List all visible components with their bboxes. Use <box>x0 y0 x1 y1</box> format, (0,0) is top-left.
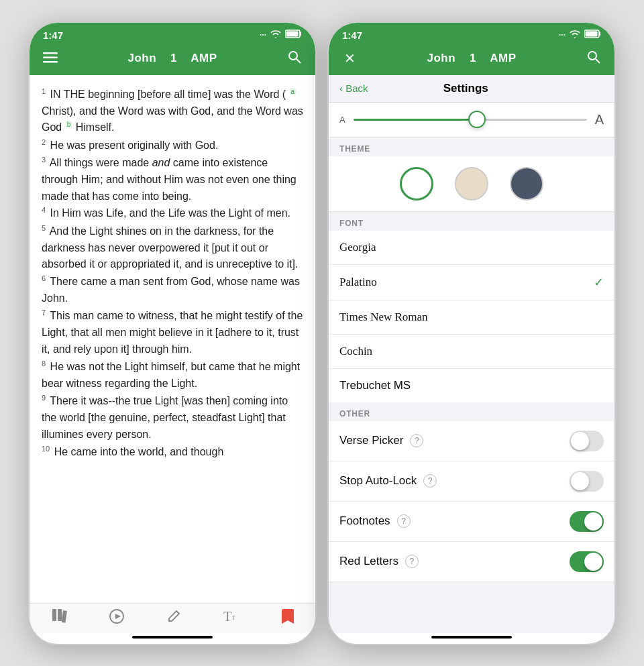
home-indicator-left <box>132 636 213 639</box>
font-item-palatino[interactable]: Palatino ✓ <box>329 265 614 300</box>
font-item-trebuchet[interactable]: Trebuchet MS <box>329 369 614 402</box>
wifi-icon-left <box>270 30 281 40</box>
footnotes-label: Footnotes <box>339 514 390 528</box>
nav-title-left: John 1 AMP <box>127 52 217 65</box>
tab-bar-left: T r <box>30 603 315 633</box>
font-size-slider[interactable] <box>354 119 587 121</box>
svg-rect-15 <box>586 32 598 37</box>
status-bar-right: 1:47 ··· <box>329 23 614 45</box>
svg-rect-1 <box>286 32 299 37</box>
verse-5: 5 And the Light shines on in the darknes… <box>42 223 303 274</box>
font-item-times[interactable]: Times New Roman <box>329 300 614 335</box>
battery-icon-left <box>285 30 302 40</box>
svg-text:T: T <box>223 609 231 624</box>
menu-icon[interactable] <box>40 51 60 66</box>
font-item-georgia[interactable]: Georgia <box>329 231 614 265</box>
footnotes-knob <box>584 512 602 531</box>
font-section-header: FONT <box>329 212 614 231</box>
nav-bar-left: John 1 AMP <box>30 45 315 75</box>
footnote-a[interactable]: a <box>290 88 297 95</box>
svg-text:r: r <box>232 612 235 622</box>
svg-marker-11 <box>115 614 121 619</box>
settings-content: A A THEME FONT Georgia Palatino ✓ Times … <box>329 103 614 633</box>
other-row-red-letters: Red Letters ? <box>329 542 614 582</box>
status-bar-left: 1:47 ··· <box>30 23 315 45</box>
footnote-b[interactable]: b <box>66 121 72 128</box>
signal-dots-left: ··· <box>260 30 266 40</box>
other-section-header: OTHER <box>329 402 614 421</box>
settings-sub-bar: ‹ Back Settings <box>329 75 614 103</box>
slider-thumb[interactable] <box>468 111 486 128</box>
nav-bar-right: ✕ John 1 AMP <box>329 45 614 75</box>
font-name-georgia: Georgia <box>339 241 376 254</box>
verse-8: 8 He was not the Light himself, but came… <box>42 358 303 392</box>
font-name-palatino: Palatino <box>339 276 377 289</box>
home-indicator-right <box>431 636 512 639</box>
red-letters-help[interactable]: ? <box>405 555 419 568</box>
other-row-verse-picker: Verse Picker ? <box>329 421 614 461</box>
verse-6: 6 There came a man sent from God, whose … <box>42 273 303 307</box>
time-right: 1:47 <box>342 30 362 41</box>
tab-typography[interactable]: T r <box>223 609 239 624</box>
font-size-large-label: A <box>595 112 604 127</box>
svg-rect-2 <box>43 52 58 54</box>
wifi-icon-right <box>570 30 580 40</box>
signal-dots-right: ··· <box>559 30 566 40</box>
font-list: Georgia Palatino ✓ Times New Roman Cochi… <box>329 231 614 402</box>
other-row-left-verse-picker: Verse Picker ? <box>339 434 423 447</box>
font-item-cochin[interactable]: Cochin <box>329 335 614 369</box>
settings-title: Settings <box>368 82 564 95</box>
other-row-left-red-letters: Red Letters ? <box>339 555 419 568</box>
other-row-left-footnotes: Footnotes ? <box>339 514 411 528</box>
tab-edit[interactable] <box>166 609 181 624</box>
theme-light[interactable] <box>400 167 433 201</box>
verse-7: 7 This man came to witness, that he migh… <box>42 307 303 358</box>
auto-lock-toggle[interactable] <box>570 471 604 492</box>
auto-lock-label: Stop Auto-Lock <box>339 474 417 488</box>
red-letters-toggle[interactable] <box>570 551 604 572</box>
other-row-auto-lock: Stop Auto-Lock ? <box>329 461 614 502</box>
verse-picker-toggle[interactable] <box>570 431 604 451</box>
search-icon-right[interactable] <box>584 50 604 67</box>
status-icons-right: ··· <box>559 30 601 40</box>
red-letters-label: Red Letters <box>339 555 398 568</box>
bible-content: 1 IN THE beginning [before all time] was… <box>30 75 315 603</box>
verse-picker-label: Verse Picker <box>339 434 403 447</box>
theme-section-header: THEME <box>329 137 614 156</box>
back-button[interactable]: ‹ Back <box>339 82 368 94</box>
tab-bookmark[interactable] <box>282 609 294 624</box>
verse-picker-help[interactable]: ? <box>410 434 423 447</box>
svg-point-5 <box>289 52 297 60</box>
other-list: Verse Picker ? Stop Auto-Lock ? Footno <box>329 421 614 582</box>
left-phone: 1:47 ··· <box>28 21 317 645</box>
auto-lock-knob <box>571 472 589 490</box>
svg-rect-7 <box>52 609 56 621</box>
footnotes-help[interactable]: ? <box>397 514 411 528</box>
svg-rect-3 <box>43 56 58 58</box>
font-size-row: A A <box>329 103 614 137</box>
battery-icon-right <box>584 30 601 40</box>
verse-4: 4 In Him was Life, and the Life was the … <box>42 205 303 222</box>
right-phone: 1:47 ··· ✕ John <box>327 21 616 645</box>
theme-sepia[interactable] <box>455 167 488 201</box>
nav-title-right: John 1 AMP <box>427 52 516 65</box>
verse-9: 9 There it was--the true Light [was then… <box>42 392 303 443</box>
svg-rect-4 <box>43 61 58 63</box>
theme-dark[interactable] <box>510 167 543 201</box>
svg-rect-8 <box>58 609 62 621</box>
verse-2: 2 He was present originally with God. <box>42 137 303 154</box>
close-icon[interactable]: ✕ <box>339 50 360 66</box>
status-icons-left: ··· <box>260 30 302 40</box>
footnotes-toggle[interactable] <box>570 511 604 532</box>
tab-play[interactable] <box>109 609 124 624</box>
auto-lock-help[interactable]: ? <box>423 474 437 488</box>
search-icon-left[interactable] <box>284 50 305 67</box>
font-name-cochin: Cochin <box>339 345 372 358</box>
verse-picker-knob <box>571 432 589 450</box>
other-row-footnotes: Footnotes ? <box>329 502 614 542</box>
tab-library[interactable] <box>51 609 67 624</box>
svg-point-16 <box>588 52 596 60</box>
verse-3: 3 All things were made and came into exi… <box>42 154 303 205</box>
font-size-small-label: A <box>339 115 345 125</box>
red-letters-knob <box>584 553 602 571</box>
